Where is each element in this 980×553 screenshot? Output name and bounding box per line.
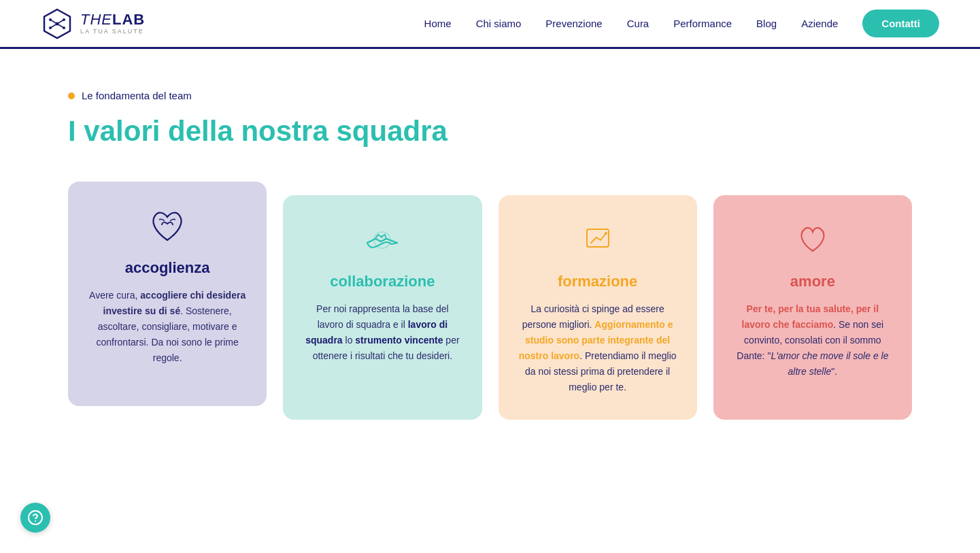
formazione-body: La curiosità ci spinge ad essere persone…	[518, 301, 678, 396]
logo[interactable]: THELAB LA TUA SALUTE	[41, 7, 145, 40]
section-title: I valori della nostra squadra	[68, 115, 912, 148]
main-nav: Home Chi siamo Prevenzione Cura Performa…	[424, 10, 939, 37]
accoglienza-body: Avere cura, accogliere chi desidera inve…	[87, 288, 248, 366]
nav-performance[interactable]: Performance	[673, 18, 732, 29]
nav-aziende[interactable]: Aziende	[801, 18, 838, 29]
card-accoglienza: accoglienza Avere cura, accogliere chi d…	[68, 182, 267, 406]
nav-home[interactable]: Home	[424, 18, 452, 29]
collaborazione-icon	[362, 220, 403, 261]
card-formazione: formazione La curiosità ci spinge ad ess…	[499, 195, 697, 420]
amore-icon	[792, 220, 833, 261]
amore-body: Per te, per la tua salute, per il lavoro…	[732, 301, 893, 380]
svg-line-8	[50, 24, 57, 28]
svg-line-7	[57, 20, 64, 24]
accoglienza-title: accoglienza	[125, 259, 210, 277]
card-amore: amore Per te, per la tua salute, per il …	[713, 195, 912, 420]
section-tag-dot	[68, 93, 75, 99]
logo-subtitle: LA TUA SALUTE	[80, 29, 145, 35]
logo-text: THELAB	[80, 12, 145, 27]
formazione-icon	[577, 220, 618, 261]
nav-chi-siamo[interactable]: Chi siamo	[476, 18, 522, 29]
svg-line-9	[57, 24, 64, 28]
cards-grid: accoglienza Avere cura, accogliere chi d…	[68, 182, 912, 420]
section-title-part1: I valori della	[68, 115, 241, 147]
nav-cura[interactable]: Cura	[627, 18, 649, 29]
contatti-button[interactable]: Contatti	[862, 10, 939, 37]
section-tag-text: Le fondamenta del team	[82, 90, 192, 101]
accoglienza-icon	[147, 206, 188, 247]
logo-icon	[41, 7, 73, 40]
floating-icon	[27, 509, 44, 526]
card-collaborazione: collaborazione Per noi rappresenta la ba…	[283, 195, 481, 420]
collaborazione-title: collaborazione	[330, 273, 435, 290]
svg-point-12	[605, 232, 607, 235]
nav-prevenzione[interactable]: Prevenzione	[545, 18, 602, 29]
floating-help-button[interactable]	[20, 503, 50, 533]
svg-point-14	[35, 520, 36, 522]
svg-line-6	[50, 20, 57, 24]
amore-title: amore	[790, 273, 835, 290]
main-content: Le fondamenta del team I valori della no…	[0, 49, 980, 460]
collaborazione-body: Per noi rappresenta la base del lavoro d…	[302, 301, 462, 364]
nav-blog[interactable]: Blog	[756, 18, 777, 29]
section-tag: Le fondamenta del team	[68, 90, 912, 101]
section-title-part2: nostra squadra	[241, 115, 447, 147]
formazione-title: formazione	[558, 273, 637, 290]
